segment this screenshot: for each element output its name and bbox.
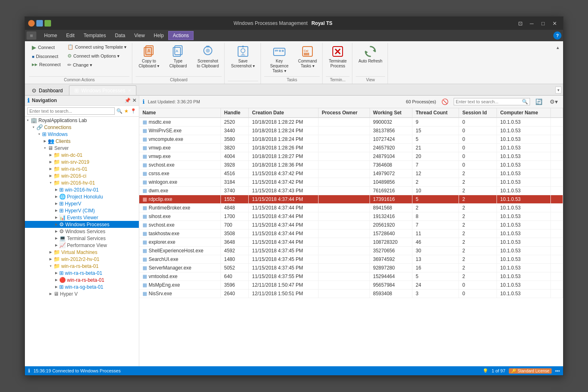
- help-button[interactable]: ?: [553, 31, 561, 40]
- tree-item[interactable]: ▶📁win-ra-rs-01: [25, 165, 139, 172]
- table-row[interactable]: ▦sihost.exe 1700 11/15/2018 4:37:44 PM 1…: [139, 212, 563, 221]
- connect-button[interactable]: ▶ Connect: [29, 43, 64, 52]
- ribbon-collapse-btn[interactable]: ▲: [554, 43, 561, 52]
- close-btn[interactable]: ✕: [549, 19, 560, 27]
- status-more-icon[interactable]: •••: [555, 368, 560, 373]
- tree-item[interactable]: ▶📊Events Viewer: [25, 214, 139, 221]
- process-name: ▦SearchUI.exe: [139, 255, 220, 264]
- nav-search-input[interactable]: [27, 107, 115, 115]
- table-row[interactable]: ▦csrss.exe 4516 11/15/2018 4:37:42 PM 14…: [139, 169, 563, 178]
- tree-item[interactable]: ▶🔴win-ra-rs-beta-01: [25, 276, 139, 283]
- tree-item[interactable]: ▶🌐Project Honolulu: [25, 193, 139, 200]
- connect-template-button[interactable]: 📋 Connect using Template ▾: [65, 43, 130, 51]
- table-row[interactable]: ▦vmtoolsd.exe 640 11/15/2018 4:37:55 PM …: [139, 272, 563, 281]
- settings-icon-btn[interactable]: ⚙▾: [548, 97, 560, 106]
- table-row[interactable]: ▦winlogon.exe 3184 11/15/2018 4:37:42 PM…: [139, 178, 563, 187]
- menu-templates[interactable]: Templates: [79, 31, 111, 40]
- maximize-btn[interactable]: □: [538, 19, 548, 27]
- table-row[interactable]: ▦vmcompute.exe 3580 10/18/2018 1:28:24 P…: [139, 135, 563, 144]
- tree-item[interactable]: ▶📈Performance View: [25, 242, 139, 249]
- tree-item[interactable]: ▶👥Clients: [25, 138, 139, 145]
- refresh-icon-btn[interactable]: 🔄: [533, 97, 544, 106]
- nav-star-icon[interactable]: ★: [124, 108, 129, 114]
- col-creation[interactable]: Creation Date: [249, 108, 318, 118]
- table-row[interactable]: ▦SearchUI.exe 1480 11/15/2018 4:37:45 PM…: [139, 255, 563, 264]
- col-name[interactable]: Name: [139, 108, 220, 118]
- table-row[interactable]: ▦svchost.exe 700 11/15/2018 4:37:44 PM 2…: [139, 221, 563, 229]
- save-screenshot-button[interactable]: Save Screenshot ▾: [228, 43, 258, 71]
- tree-item[interactable]: ▶🖥Hyper V: [25, 290, 139, 297]
- screenshot-clipboard-button[interactable]: Screenshotto Clipboard: [194, 43, 222, 71]
- table-row[interactable]: ▦taskhostw.exe 3508 11/15/2018 4:37:44 P…: [139, 229, 563, 238]
- tree-item[interactable]: ▾🔗Connections: [25, 124, 139, 131]
- table-row[interactable]: ▦RuntimeBroker.exe 4848 11/15/2018 4:37:…: [139, 204, 563, 212]
- tree-item[interactable]: ▾🖥Server: [25, 145, 139, 151]
- tree-item[interactable]: ▶📁win-srv-2019: [25, 158, 139, 165]
- tab-dropdown-btn[interactable]: ▾: [555, 87, 561, 95]
- table-row[interactable]: ▦NisSrv.exe 2640 12/11/2018 1:50:51 PM 8…: [139, 290, 563, 298]
- table-row[interactable]: ▦vmwp.exe 4004 10/18/2018 1:28:27 PM 248…: [139, 152, 563, 161]
- tree-item[interactable]: ▾🏢RoyalApplications Lab: [25, 117, 139, 124]
- tree-expander: ▾: [31, 125, 36, 129]
- restore-btn[interactable]: ⊡: [515, 19, 526, 27]
- connect-options-button[interactable]: ⚙ Connect with Options ▾: [65, 52, 130, 60]
- menu-view[interactable]: View: [130, 31, 149, 40]
- app-menu-button[interactable]: ≡: [27, 31, 36, 40]
- tab-dashboard[interactable]: ⊙ Dashboard: [27, 85, 68, 95]
- copy-clipboard-button[interactable]: A Copy toClipboard ▾: [136, 43, 162, 71]
- table-row[interactable]: ▦vmwp.exe 3820 10/18/2018 1:28:26 PM 246…: [139, 144, 563, 152]
- process-handle: 1700: [220, 212, 249, 221]
- tree-item[interactable]: ▶⊞HyperV: [25, 200, 139, 207]
- tree-item[interactable]: ▶⊞win-2016-hv-01: [25, 186, 139, 193]
- tree-item[interactable]: ▶⚙Windows Processes: [25, 221, 139, 228]
- col-threads[interactable]: Thread Count: [412, 108, 459, 118]
- menu-data[interactable]: Data: [110, 31, 129, 40]
- content-search-input[interactable]: [456, 99, 521, 104]
- menu-help[interactable]: Help: [149, 31, 169, 40]
- table-row[interactable]: ▦MsMpEng.exe 3596 12/11/2018 1:50:47 PM …: [139, 281, 563, 290]
- table-row[interactable]: ▦rdpclip.exe 1552 11/15/2018 4:37:44 PM …: [139, 195, 563, 204]
- table-row[interactable]: ▦dwm.exe 3740 11/15/2018 4:37:43 PM 7616…: [139, 187, 563, 195]
- tree-item[interactable]: ▶⊞win-ra-sg-beta-01: [25, 283, 139, 290]
- tab-windows-processes[interactable]: ⊞ Windows Processes ✕: [69, 85, 136, 95]
- menu-actions[interactable]: Actions: [168, 31, 193, 40]
- auto-refresh-button[interactable]: Auto Refresh: [356, 43, 385, 66]
- table-row[interactable]: ▦WmiPrvSE.exe 3440 10/18/2018 1:28:24 PM…: [139, 127, 563, 135]
- tree-item[interactable]: ▶⚙Windows Services: [25, 228, 139, 235]
- tree-item[interactable]: ▾⊞Windows: [25, 131, 139, 138]
- nav-close-btn[interactable]: ✕: [132, 98, 136, 103]
- tree-item[interactable]: ▶📁Virtual Machines: [25, 249, 139, 256]
- col-handle[interactable]: Handle: [220, 108, 249, 118]
- tree-item[interactable]: ▶⊞HyperV (CIM): [25, 207, 139, 214]
- type-clipboard-button[interactable]: A Type Clipboard: [163, 43, 193, 71]
- table-row[interactable]: ▦msdtc.exe 2520 10/18/2018 1:28:22 PM 99…: [139, 118, 563, 127]
- table-row[interactable]: ▦svchost.exe 3928 10/18/2018 1:28:36 PM …: [139, 161, 563, 169]
- tree-item[interactable]: ▾📁win-ra-rs-beta-01: [25, 263, 139, 270]
- tree-item[interactable]: ▶💻Terminal Services: [25, 235, 139, 242]
- tree-item[interactable]: ▾📁win-2016-hv-01: [25, 179, 139, 186]
- disconnect-button[interactable]: ■ Disconnect: [29, 53, 64, 60]
- tree-item[interactable]: ▶⊞win-ra-rs-beta-01: [25, 270, 139, 276]
- nav-pin-btn[interactable]: 📌: [125, 98, 131, 103]
- table-row[interactable]: ▦explorer.exe 3648 11/15/2018 4:37:44 PM…: [139, 238, 563, 247]
- col-working[interactable]: Working Set: [370, 108, 412, 118]
- change-button[interactable]: ✏ Change ▾: [65, 61, 130, 69]
- tree-item[interactable]: ▶📁win-dc-01: [25, 151, 139, 158]
- reconnect-button[interactable]: ▶▶ Reconnect: [29, 61, 64, 68]
- table-row[interactable]: ▦ShellExperienceHost.exe 4592 11/15/2018…: [139, 247, 563, 255]
- terminate-process-button[interactable]: TerminateProcess: [326, 43, 350, 71]
- menu-edit[interactable]: Edit: [62, 31, 79, 40]
- nav-location-icon[interactable]: 📍: [130, 108, 136, 114]
- stop-icon-btn[interactable]: 🚫: [439, 97, 450, 106]
- tree-item[interactable]: ▶📁win-2016-ci: [25, 172, 139, 179]
- key-sequence-button[interactable]: Q W Key SequenceTasks ▾: [264, 43, 294, 76]
- tree-item[interactable]: ▶📁win-2012r2-hv-01: [25, 256, 139, 263]
- col-session[interactable]: Session Id: [459, 108, 497, 118]
- command-tasks-button[interactable]: Cal ▓▓▓ CommandTasks ▾: [295, 43, 320, 71]
- table-row[interactable]: ▦ServerManager.exe 5052 11/15/2018 4:37:…: [139, 264, 563, 272]
- winproc-tab-close[interactable]: ✕: [128, 88, 131, 93]
- col-owner[interactable]: Process Owner: [318, 108, 370, 118]
- menu-home[interactable]: Home: [40, 31, 62, 40]
- col-computer[interactable]: Computer Name: [497, 108, 550, 118]
- minimize-btn[interactable]: ─: [526, 19, 537, 27]
